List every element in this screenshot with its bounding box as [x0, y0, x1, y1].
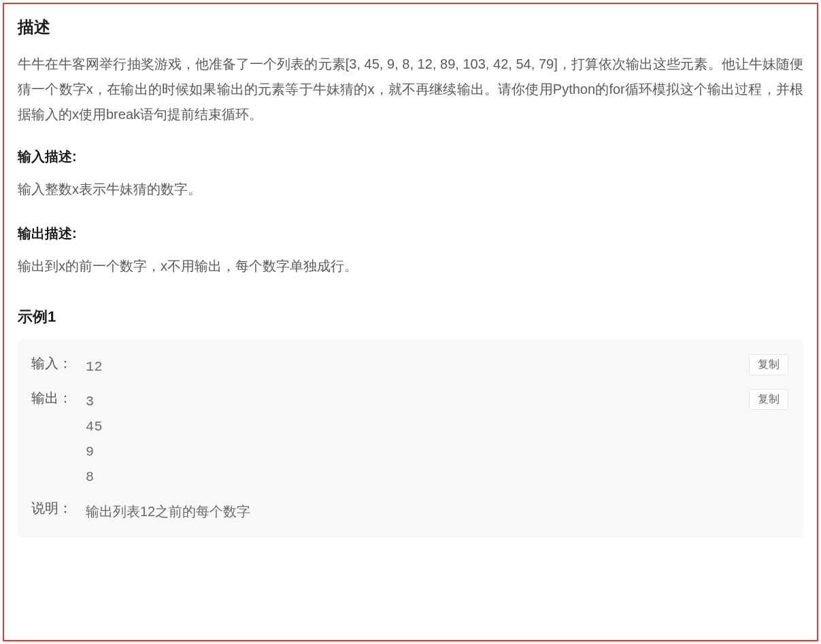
output-desc-body: 输出到x的前一个数字，x不用输出，每个数字单独成行。	[18, 255, 803, 277]
example-explain-label: 说明：	[31, 499, 86, 518]
output-desc-title: 输出描述:	[18, 224, 803, 243]
input-desc-title: 输入描述:	[18, 148, 803, 166]
description-body: 牛牛在牛客网举行抽奖游戏，他准备了一个列表的元素[3, 45, 9, 8, 12…	[18, 52, 803, 127]
example-explain-row: 说明： 输出列表12之前的每个数字	[31, 499, 790, 524]
description-title: 描述	[18, 16, 803, 38]
example-box: 输入： 12 复制 输出： 3 45 9 8 复制 说明： 输出列表12之前的每…	[18, 339, 803, 538]
copy-input-button[interactable]: 复制	[749, 354, 788, 375]
input-desc-body: 输入整数x表示牛妹猜的数字。	[18, 178, 803, 200]
example-explain-value: 输出列表12之前的每个数字	[86, 499, 790, 524]
example-input-label: 输入：	[31, 354, 86, 373]
example-output-value: 3 45 9 8	[86, 389, 790, 490]
copy-output-button[interactable]: 复制	[749, 389, 788, 410]
example-input-row: 输入： 12 复制	[31, 354, 790, 379]
problem-frame: 描述 牛牛在牛客网举行抽奖游戏，他准备了一个列表的元素[3, 45, 9, 8,…	[3, 3, 818, 641]
example-output-label: 输出：	[31, 389, 86, 407]
example-output-row: 输出： 3 45 9 8 复制	[31, 389, 790, 490]
example-title: 示例1	[18, 307, 803, 327]
example-input-value: 12	[86, 354, 790, 379]
